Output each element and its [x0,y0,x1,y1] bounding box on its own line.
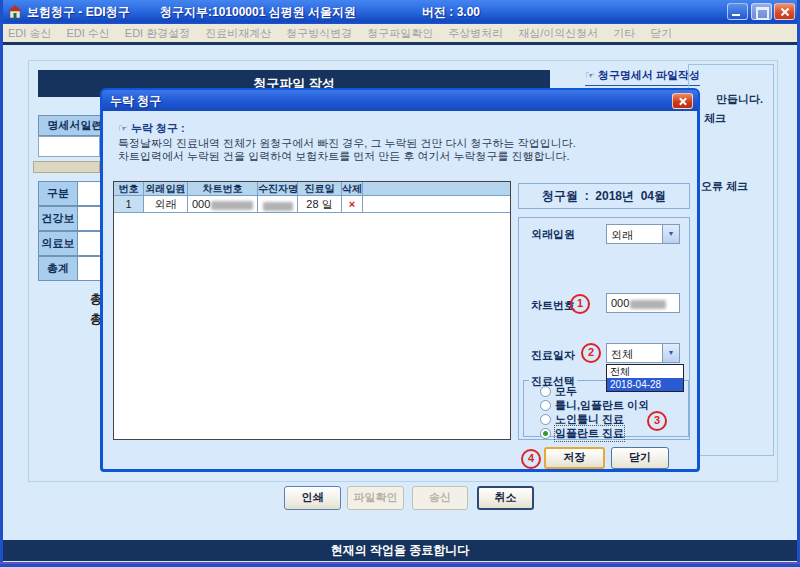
summary-label: 의료보호 [38,231,78,256]
chart-no-label: 차트번호 [531,298,575,313]
cell-visit-type: 외래 [144,196,188,213]
menu-item-main-disease[interactable]: 주상병처리 [448,26,503,41]
claim-statement-file-link[interactable]: ☞ 청구명세서 파일작성 [585,68,700,86]
app-house-icon [7,4,23,19]
radio-label: 노인틀니 진료 [555,412,624,427]
file-check-button: 파일확인 [347,486,404,510]
radio-label: 모두 [555,384,577,399]
radio-icon[interactable] [540,414,551,425]
treat-date-combobox[interactable]: 전체 ▼ [606,343,680,363]
radio-row-implant[interactable]: 임플란트 진료 [540,426,624,441]
menu-item-edi-send[interactable]: EDI 송신 [8,26,51,41]
app-window: 보험청구 - EDI청구 청구지부:10100001 심평원 서울지원 버전 :… [0,0,800,567]
right-info-panel [688,64,774,456]
dropdown-option-date[interactable]: 2018-04-28 [607,378,683,391]
save-button[interactable]: 저장 [544,447,605,469]
missing-claim-grid: 번호 외래입원 차트번호 수진자명 진료일 삭제 1 외래 000 28 일 × [113,181,511,440]
summary-value [78,256,102,281]
col-header-chart-no: 차트번호 [188,182,258,196]
cell-delete[interactable]: × [342,196,363,213]
step-badge-4: 4 [521,449,541,469]
menu-divider [0,42,800,45]
col-header-delete: 삭제 [342,182,363,196]
print-button[interactable]: 인쇄 [284,486,341,510]
dialog-title: 누락 청구 [110,93,161,110]
step-badge-3: 3 [647,411,667,431]
redacted-chart-number-input [630,300,666,309]
menu-item-review-appeal[interactable]: 재심/이의신청서 [518,26,598,41]
step-badge-1: 1 [570,294,590,314]
menu-item-claim-method[interactable]: 청구방식변경 [286,26,352,41]
summary-label: 건강보험 [38,206,78,231]
summary-value [78,206,102,231]
serial-number-field[interactable] [38,136,100,157]
side-note: 오류 체크 [701,179,748,194]
summary-value [78,231,102,256]
cell-patient [258,196,298,213]
cell-filler [363,196,510,213]
col-header-no: 번호 [114,182,144,196]
treat-date-label: 진료일자 [531,348,575,363]
claim-month-box: 청구월 : 2018년 04월 [518,183,690,209]
radio-icon[interactable] [540,400,551,411]
menu-item-edi-receive[interactable]: EDI 수신 [66,26,109,41]
radio-icon-checked[interactable] [540,428,551,439]
dialog-info-line2: 차트입력에서 누락된 건을 입력하여 보험차트를 먼저 만든 후 여기서 누락청… [118,149,570,164]
summary-row-medicaid: 의료보호 [38,231,102,256]
chevron-down-icon[interactable]: ▼ [662,225,679,243]
cell-date: 28 일 [298,196,342,213]
visit-type-label: 외래입원 [531,227,575,242]
missing-claim-dialog: 누락 청구 ☞ 누락 청구 : 특정날짜의 진료내역 전체가 원청구에서 빠진 … [100,88,700,472]
treat-date-dropdown-list: 전체 2018-04-28 [606,364,684,392]
dialog-title-bar: 누락 청구 [102,90,698,111]
step-badge-2: 2 [581,343,601,363]
cell-no: 1 [114,196,144,213]
send-button: 송신 [412,486,468,510]
radio-label: 틀니,임플란트 이외 [555,398,649,413]
menu-item-etc[interactable]: 기타 [613,26,635,41]
minimize-button[interactable] [727,3,748,20]
status-text: 현재의 작업을 종료합니다 [331,543,470,557]
branch-info: 청구지부:10100001 심평원 서울지원 [160,4,356,21]
version-label: 버전 : 3.00 [422,4,480,21]
col-header-filler [363,182,510,196]
col-header-visit-type: 외래입원 [144,182,188,196]
radio-row-all[interactable]: 모두 [540,384,577,399]
side-note: 만듭니다. [716,92,763,107]
title-bar: 보험청구 - EDI청구 청구지부:10100001 심평원 서울지원 버전 :… [0,0,800,24]
menu-item-claim-file-check[interactable]: 청구파일확인 [367,26,433,41]
chevron-down-icon[interactable]: ▼ [662,344,679,362]
status-bar: 현재의 작업을 종료합니다 [0,540,800,561]
cancel-button[interactable]: 취소 [477,486,534,510]
dialog-close-icon[interactable] [672,93,693,109]
dialog-info-heading: ☞ 누락 청구 : [118,121,185,136]
col-header-patient: 수진자명 [258,182,298,196]
treat-date-value: 전체 [611,347,633,362]
maximize-button[interactable] [751,3,772,20]
delete-row-icon[interactable]: × [349,198,355,210]
menu-item-edi-settings[interactable]: EDI 환경설정 [125,26,190,41]
grid-row-1[interactable]: 1 외래 000 28 일 × [114,196,510,213]
summary-header: 구분 [38,181,78,206]
summary-row-health: 건강보험 [38,206,102,231]
radio-row-senior-denture[interactable]: 노인틀니 진료 [540,412,624,427]
grid-header-row: 번호 외래입원 차트번호 수진자명 진료일 삭제 [114,182,510,196]
visit-type-value: 외래 [611,228,633,243]
summary-label: 총계 [38,256,78,281]
menu-item-recalc[interactable]: 진료비재계산 [205,26,271,41]
visit-type-combobox[interactable]: 외래 ▼ [606,224,680,244]
menu-item-close[interactable]: 닫기 [650,26,672,41]
redacted-patient-name [263,202,293,211]
chart-no-input[interactable]: 000 [606,293,680,313]
redacted-chart-number [211,201,253,210]
close-button[interactable] [774,3,795,20]
summary-header-row: 구분 [38,181,102,206]
radio-icon[interactable] [540,386,551,397]
col-header-date: 진료일 [298,182,342,196]
dropdown-option-all[interactable]: 전체 [607,365,683,378]
dialog-close-button[interactable]: 닫기 [611,447,669,469]
window-title: 보험청구 - EDI청구 [27,4,130,21]
side-note: 체크 [704,111,726,126]
radio-label: 임플란트 진료 [555,426,624,441]
radio-row-non-denture-implant[interactable]: 틀니,임플란트 이외 [540,398,649,413]
